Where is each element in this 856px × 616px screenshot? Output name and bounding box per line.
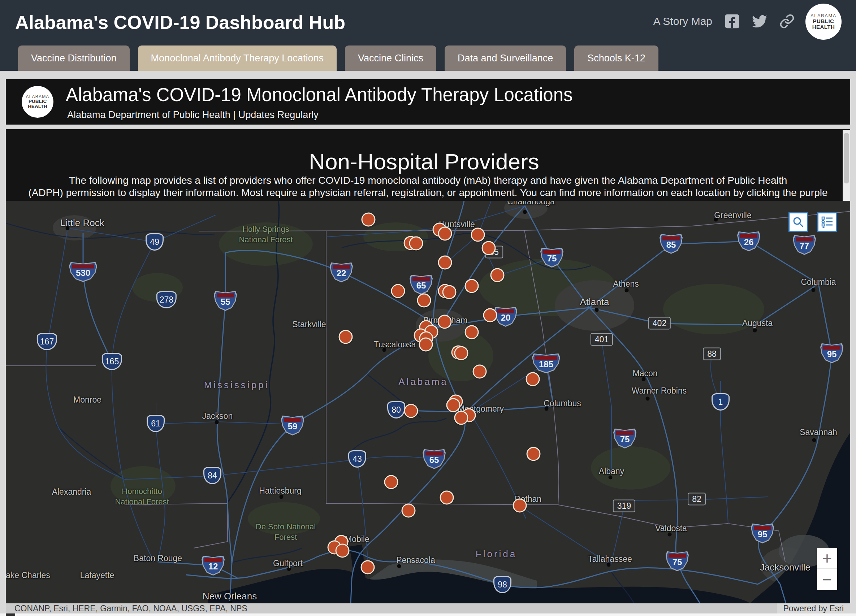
provider-location-marker[interactable] — [391, 284, 405, 298]
city-label: Augusta — [742, 318, 773, 328]
city-dot — [753, 329, 757, 333]
us-route-shield: 1 — [711, 393, 730, 410]
state-route-shield: 88 — [703, 348, 721, 360]
provider-location-marker[interactable] — [526, 372, 540, 386]
facebook-icon[interactable] — [725, 14, 740, 29]
twitter-icon[interactable] — [752, 14, 767, 29]
provider-location-marker[interactable] — [465, 325, 479, 339]
map-panel-header: Non-Hospital Providers The following map… — [6, 129, 850, 201]
city-label: Gulfport — [273, 559, 303, 568]
provider-location-marker[interactable] — [446, 398, 460, 412]
city-label: Baton Rouge — [134, 553, 182, 563]
provider-location-marker[interactable] — [471, 228, 485, 242]
powered-by-esri[interactable]: Powered by Esri — [777, 603, 850, 613]
zoom-out-button[interactable]: − — [817, 569, 837, 590]
city-label: Starkville — [292, 320, 326, 329]
provider-location-marker[interactable] — [473, 365, 487, 379]
city-label: Valdosta — [655, 524, 687, 533]
map-description-line1: The following map provides a list of pro… — [6, 175, 850, 186]
city-dot — [625, 289, 629, 292]
provider-location-marker[interactable] — [454, 411, 468, 425]
search-button[interactable] — [788, 212, 808, 232]
provider-location-marker[interactable] — [438, 315, 452, 329]
provider-location-marker[interactable] — [454, 346, 468, 360]
tab-vaccine-clinics[interactable]: Vaccine Clinics — [345, 46, 436, 71]
adph-logo[interactable]: ALABAMA PUBLIC HEALTH — [805, 4, 842, 40]
us-route-shield: 165 — [102, 353, 122, 370]
tab-monoclonal-antibody-therapy-locations[interactable]: Monoclonal Antibody Therapy Locations — [138, 46, 337, 71]
interstate-shield: 185 — [532, 353, 560, 374]
provider-location-marker[interactable] — [483, 308, 497, 323]
legend-button[interactable] — [818, 212, 837, 232]
city-label: Monroe — [73, 395, 102, 405]
provider-location-marker[interactable] — [402, 504, 416, 518]
provider-location-marker[interactable] — [384, 475, 399, 489]
provider-location-marker[interactable] — [419, 338, 433, 352]
state-route-shield: 402 — [648, 317, 671, 330]
forest-label: Homochitto National Forest — [115, 486, 169, 507]
forest-label: De Soto National Forest — [256, 522, 316, 542]
link-icon[interactable] — [779, 14, 794, 29]
state-route-shield: 401 — [591, 333, 613, 346]
provider-location-marker[interactable] — [527, 447, 541, 461]
adph-logo-small: ALABAMA PUBLIC HEALTH — [22, 86, 54, 118]
city-label: Lake Charles — [6, 570, 50, 580]
city-dot — [595, 308, 599, 312]
provider-location-marker[interactable] — [438, 256, 452, 270]
us-route-shield: 61 — [147, 415, 165, 432]
provider-location-marker[interactable] — [336, 544, 349, 558]
provider-location-marker[interactable] — [404, 404, 418, 418]
tab-schools-k-12[interactable]: Schools K-12 — [574, 46, 659, 71]
interstate-shield: 12 — [202, 555, 225, 576]
city-label: Columbia — [801, 277, 836, 287]
provider-location-marker[interactable] — [465, 279, 479, 293]
search-icon — [792, 216, 804, 228]
city-dot — [646, 397, 650, 401]
us-route-shield: 84 — [203, 467, 222, 484]
state-label: Florida — [476, 548, 517, 560]
provider-location-marker[interactable] — [339, 330, 353, 344]
city-label: Little Rock — [60, 217, 104, 229]
scrollbar-track[interactable] — [843, 130, 850, 201]
interstate-shield: 75 — [613, 428, 636, 449]
tab-bar: Vaccine DistributionMonoclonal Antibody … — [18, 46, 659, 71]
city-label: Hattiesburg — [259, 486, 302, 496]
zoom-control: + − — [817, 548, 837, 590]
zoom-in-button[interactable]: + — [817, 548, 837, 569]
us-route-shield: 278 — [156, 291, 177, 308]
provider-location-marker[interactable] — [491, 268, 505, 283]
provider-location-marker[interactable] — [362, 213, 376, 227]
interstate-shield: 77 — [793, 235, 816, 255]
city-label: Tallahassee — [588, 554, 632, 564]
provider-location-marker[interactable] — [513, 499, 527, 513]
city-label: Jackson — [202, 411, 232, 421]
provider-location-marker[interactable] — [361, 561, 375, 575]
interstate-shield: 75 — [540, 247, 563, 268]
us-route-shield: 43 — [348, 450, 366, 468]
provider-location-marker[interactable] — [440, 491, 454, 505]
provider-location-marker[interactable] — [438, 227, 452, 241]
city-label: Tuscaloosa — [374, 340, 416, 350]
provider-location-marker[interactable] — [417, 293, 431, 308]
interstate-shield: 65 — [410, 274, 433, 295]
city-label: Macon — [633, 369, 657, 378]
provider-location-marker[interactable] — [409, 237, 423, 250]
map-description-line2: (ADPH) permission to display their infor… — [6, 187, 850, 198]
story-map-label[interactable]: A Story Map — [653, 15, 712, 28]
city-label: Alexandria — [52, 487, 91, 497]
provider-location-marker[interactable] — [442, 285, 457, 300]
city-label: Savannah — [800, 427, 837, 437]
page-bottom-strip — [0, 613, 856, 616]
city-label: Pensacola — [396, 555, 435, 565]
app-header: Alabama's COVID-19 Dashboard Hub A Story… — [0, 0, 856, 71]
tab-vaccine-distribution[interactable]: Vaccine Distribution — [18, 46, 130, 71]
tab-data-and-surveillance[interactable]: Data and Surveillance — [445, 46, 566, 71]
story-subheader: ALABAMA PUBLIC HEALTH Alabama's COVID-19… — [6, 79, 850, 124]
us-route-shield: 80 — [387, 401, 405, 418]
interstate-shield: 59 — [281, 415, 304, 436]
scrollbar-thumb[interactable] — [844, 133, 849, 183]
city-label: Chattanooga — [507, 201, 555, 207]
us-route-shield: 167 — [37, 333, 57, 350]
provider-location-marker[interactable] — [482, 241, 496, 255]
map-canvas[interactable]: MississippiAlabamaFloridaHolly Springs N… — [6, 201, 850, 603]
